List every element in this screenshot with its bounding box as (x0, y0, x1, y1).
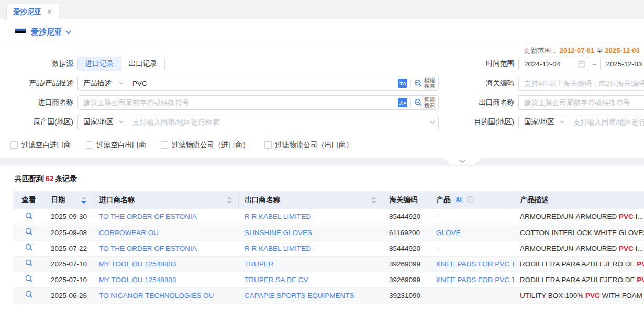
exporter-link[interactable]: R R KABEL LIMITED (245, 213, 311, 220)
fuzzy-search-icon (414, 79, 423, 87)
importer-link[interactable]: TO THE ORDER OF ESTONIA (99, 245, 197, 252)
translate-icon[interactable]: 文A (398, 98, 407, 107)
importer-link[interactable]: CORPOWEAR OU (99, 229, 159, 237)
summary-prefix: 共匹配到 (15, 174, 44, 183)
results-summary: 共匹配到62条记录 (0, 174, 644, 184)
importer-link[interactable]: TO THE ORDER OF ESTONIA (99, 213, 197, 220)
importer-link[interactable]: MY TOOL OU 12548803 (99, 260, 176, 268)
chevron-down-icon (560, 120, 564, 124)
segment-export-records[interactable]: 出口记录 (121, 57, 164, 71)
checkbox-filter-blank-exporter[interactable]: 过滤空白出口商 (86, 140, 147, 150)
checkbox[interactable] (161, 141, 168, 149)
cell-product: - (430, 240, 514, 256)
update-range-start: 2012-07-01 (560, 47, 595, 54)
checkbox[interactable] (10, 141, 18, 149)
checkbox-filter-logistics-exporter[interactable]: 过滤物流公司（出口商） (264, 140, 353, 150)
update-range-label: 更新范围： (524, 47, 558, 54)
cell-date: 2025-06-26 (45, 287, 93, 303)
cell-description: UTILITY BOX-100% PVC WITH FOAM (514, 287, 644, 303)
importer-link[interactable]: TO NICANOR TECHNOLOGIES OU (99, 292, 214, 299)
cell-hs-code: 85444920 (383, 209, 430, 225)
view-record-button[interactable] (13, 291, 45, 298)
time-range-label: 时间范围 (439, 59, 514, 69)
exporter-link[interactable]: CAPAPIE SPORTS EQUIPMENTS (245, 292, 354, 299)
importer-link[interactable]: MY TOOL OU 12548803 (99, 276, 176, 284)
exporter-link[interactable]: TRUPER SA DE CV (245, 276, 308, 284)
panel-separator (0, 158, 644, 166)
search-icon (25, 212, 33, 220)
results-table: 查看 日期 进口商名称 出口商名称 海关编码 (13, 191, 644, 304)
cell-description: COTTON INTERLOCK WHITE GLOVES... (514, 225, 644, 240)
cell-product: - (430, 209, 514, 225)
cell-description: RODILLERA PARA AZULEJERO DE PVC (514, 272, 644, 287)
update-range-to: 至 (596, 47, 603, 54)
view-record-button[interactable] (13, 275, 45, 283)
translate-icon[interactable]: 文A (398, 79, 407, 88)
tab-estonia[interactable]: 爱沙尼亚 ✕ (6, 4, 59, 19)
table-row: 2025-07-10 MY TOOL OU 12548803 TRUPER 39… (13, 256, 644, 272)
view-record-button[interactable] (13, 212, 45, 220)
view-record-button[interactable] (13, 228, 45, 236)
cell-product: - (430, 287, 514, 303)
product-link[interactable]: GLOVE (436, 229, 461, 237)
exporter-label: 出口商名称 (439, 98, 514, 107)
filter-panel: 更新范围： 2012-07-01 至 2025-12-03 数据源 进口记录 出… (0, 45, 644, 150)
cell-hs-code: 39231090 (383, 287, 430, 303)
dest-country-select[interactable]: 国家/地区 (519, 115, 569, 129)
dest-country-select-value: 国家/地区 (524, 117, 554, 127)
date-start-input[interactable]: 2024-12-04 (518, 57, 589, 71)
country-header: 爱沙尼亚 (0, 19, 644, 45)
info-icon[interactable] (467, 196, 474, 203)
exporter-link[interactable]: TRUPER (245, 260, 274, 268)
checkbox-filter-logistics-importer[interactable]: 过滤物流公司（进口商） (161, 140, 250, 150)
product-type-select[interactable]: 产品描述 (78, 76, 128, 90)
cell-hs-code: 39269099 (383, 256, 430, 272)
table-row: 2025-06-26 TO NICANOR TECHNOLOGIES OU CA… (13, 287, 644, 303)
column-header-hs-code: 海关编码 (383, 191, 430, 209)
date-start-value: 2024-12-04 (524, 60, 560, 68)
column-header-exporter: 出口商名称 (238, 191, 383, 209)
column-header-product: 产品AI (430, 191, 514, 209)
smart-search-button[interactable]: 智能搜索 (414, 97, 435, 108)
checkbox[interactable] (86, 141, 93, 149)
product-link[interactable]: KNEE PADS FOR PVC T... (436, 260, 514, 268)
checkbox[interactable] (264, 141, 272, 149)
exporter-link[interactable]: SUNSHINE GLOVES (245, 229, 312, 237)
hs-code-input[interactable] (524, 80, 644, 87)
close-icon[interactable]: ✕ (47, 8, 52, 15)
estonia-flag-icon (15, 28, 26, 36)
cell-description: ARMOURED/UN-ARMOURED PVC I... (514, 209, 644, 225)
divider (410, 98, 411, 107)
ai-badge: AI (454, 196, 464, 203)
product-input[interactable] (128, 77, 398, 90)
sort-date-button[interactable] (77, 197, 86, 204)
sort-exporter-button[interactable] (367, 197, 376, 204)
summary-count: 62 (44, 174, 55, 183)
collapse-filter-button[interactable] (442, 158, 482, 165)
view-record-button[interactable] (13, 259, 45, 267)
view-record-button[interactable] (13, 243, 45, 251)
importer-input[interactable] (78, 96, 398, 109)
country-name[interactable]: 爱沙尼亚 (31, 27, 62, 37)
checkbox-filter-blank-importer[interactable]: 过滤空白进口商 (10, 140, 71, 150)
calendar-icon[interactable] (578, 60, 585, 68)
checkbox-label: 过滤空白出口商 (97, 140, 147, 150)
date-end-value: 2025-12-03 (606, 60, 642, 68)
dest-country-label: 目的国(地区) (439, 117, 514, 127)
cell-hs-code: 39269099 (383, 272, 430, 287)
sort-importer-button[interactable] (223, 197, 232, 204)
date-separator: – (593, 60, 596, 68)
cell-hs-code: 85444920 (383, 240, 430, 256)
date-end-input[interactable]: 2025-12-03 (600, 57, 644, 71)
product-link[interactable]: KNEE PADS FOR PVC T... (436, 276, 514, 284)
column-header-date: 日期 (45, 191, 93, 209)
chevron-down-icon (119, 82, 124, 85)
segment-import-records[interactable]: 进口记录 (78, 57, 121, 71)
data-source-segmented: 进口记录 出口记录 (77, 57, 165, 71)
exporter-link[interactable]: R R KABEL LIMITED (245, 245, 311, 252)
fuzzy-search-button[interactable]: 模糊搜索 (414, 77, 435, 89)
origin-country-select[interactable]: 国家/地区 (78, 115, 128, 129)
origin-country-input[interactable] (128, 116, 430, 128)
exporter-input[interactable] (524, 99, 644, 107)
dest-country-input[interactable] (569, 116, 644, 128)
